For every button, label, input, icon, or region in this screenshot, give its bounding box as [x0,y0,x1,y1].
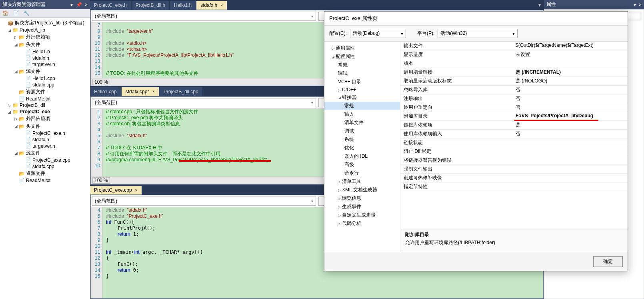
readme[interactable]: 📄ReadMe.txt [0,96,90,102]
tab-projcexecpp[interactable]: ProjectC_exe.cpp× [90,186,142,195]
res-folder[interactable]: 📂资源文件 [0,88,90,96]
zoom-level[interactable]: 100 % [92,79,110,85]
tree-general[interactable]: 常规 [324,61,400,69]
grid-row[interactable]: 输出文件$(OutDir)$(TargetName)$(TargetExt) [400,42,628,50]
grid-row[interactable]: 启用增量链接是 (/INCREMENTAL) [400,68,628,77]
tab-projbdllcpp[interactable]: ProjectB_dll.cpp [160,87,202,96]
tree-linker-debug[interactable]: 调试 [324,127,400,135]
file-targetverh-c[interactable]: 📄targetver.h [0,143,90,149]
ext-dep-c[interactable]: ▷📂外部依赖项 [0,115,90,122]
grid-row[interactable]: 指定节特性 [400,183,628,191]
grid-row[interactable]: 链接状态 [400,138,628,147]
zoom-level[interactable]: 100 % [92,177,110,184]
close-icon[interactable]: × [152,90,155,94]
tree-linker-manifest[interactable]: 清单文件 [324,118,400,127]
tree-debug[interactable]: 调试 [324,69,400,78]
home-icon[interactable]: 🏠 [2,10,8,16]
pin-icon[interactable]: ▾ [634,2,636,8]
solution-explorer-header: 解决方案资源管理器 ▾ 📌 × [0,0,90,9]
file-projcexeh[interactable]: 📄ProjectC_exe.h [0,130,90,136]
file-stdafxcpp[interactable]: 📄stdafx.cpp [0,82,90,88]
grid-row-addlibdir[interactable]: 附加库目录F:/VS_Pojects/ProjectA_lib/Debug [400,112,628,121]
properties-icon[interactable]: 🔧 [24,10,30,16]
file-projcexecpp[interactable]: 📄ProjectC_exe.cpp [0,157,90,163]
grid-row[interactable]: 逐用户重定向否 [400,103,628,112]
readme-c[interactable]: 📄ReadMe.txt [0,177,90,184]
tree-custom[interactable]: ▷自定义生成步骤 [324,211,400,219]
ok-button[interactable]: 确定 [593,256,623,267]
scope-dropdown[interactable]: (全局范围)▾ [92,98,316,107]
ext-dep[interactable]: ▷📂外部依赖项 [0,33,90,41]
properties-title: 属性 [546,1,632,8]
scope-dropdown[interactable]: (全局范围)▾ [92,12,316,21]
res-folder-c[interactable]: 📂资源文件 [0,170,90,177]
dialog-title: ProjectC_exe 属性页 [324,12,628,26]
grid-row[interactable]: 链接库依赖项是 [400,121,628,130]
tree-linker-system[interactable]: 系统 [324,135,400,144]
tree-buildevents[interactable]: ▷生成事件 [324,203,400,211]
pin-icon[interactable]: 📌 [76,2,82,8]
grid-row[interactable]: 显示进度未设置 [400,50,628,59]
tab-hello1h[interactable]: Hello1.h [170,1,196,10]
header-folder-c[interactable]: ◢📂头文件 [0,122,90,130]
tree-vcdirs[interactable]: VC++ 目录 [324,78,400,86]
tab-projbdllh[interactable]: ProjectB_dll.h [132,1,169,10]
grid-row[interactable]: 阻止 Dll 绑定 [400,147,628,156]
properties-header: 属性 ▾ × [544,0,644,9]
scope-dropdown[interactable]: (全局范围)▾ [92,197,316,206]
tab-projcexeh[interactable]: ProjectC_exe.h [90,1,131,10]
grid-row[interactable]: 版本 [400,59,628,68]
pin-icon[interactable]: ▾ [70,2,73,8]
tree-linker-idl[interactable]: 嵌入的 IDL [324,152,400,161]
property-pages-dialog: ProjectC_exe 属性页 配置(C): 活动(Debug)▾ 平台(P)… [324,11,628,271]
tab-overflow-icon[interactable]: ▾ [535,1,544,10]
tree-cpp[interactable]: ▷C/C++ [324,86,400,93]
tree-browse[interactable]: ▷浏览信息 [324,194,400,203]
solution-node[interactable]: 📦解决方案'ProjectA_lib' (3 个项目) [0,19,90,27]
close-icon[interactable]: × [85,2,88,8]
project-node-b[interactable]: ▷📁ProjectB_dll [0,102,90,108]
grid-row[interactable]: 将链接器警告视为错误 [400,156,628,165]
project-node-a[interactable]: ◢📁ProjectA_lib [0,27,90,33]
src-folder-c[interactable]: ◢📂源文件 [0,149,90,157]
tree-linker-cmd[interactable]: 命令行 [324,169,400,177]
file-targetverh[interactable]: 📄targetver.h [0,61,90,68]
grid-row[interactable]: 注册输出否 [400,94,628,103]
tree-xml[interactable]: ▷XML 文档生成器 [324,186,400,194]
header-folder[interactable]: ◢📂头文件 [0,41,90,48]
tab-hello1cpp[interactable]: Hello1.cpp [90,87,121,96]
tree-linker-opt[interactable]: 优化 [324,144,400,152]
tree-codeanalysis[interactable]: ▷代码分析 [324,219,400,228]
file-hello1cpp[interactable]: 📄Hello1.cpp [0,75,90,82]
grid-row[interactable]: 使用库依赖项输入否 [400,130,628,138]
tab-stdafxh[interactable]: stdafx.h× [196,1,227,10]
config-combo[interactable]: 活动(Debug)▾ [350,29,406,38]
tree-cfgprops[interactable]: ◢配置属性 [324,52,400,61]
property-grid: 输出文件$(OutDir)$(TargetName)$(TargetExt) 显… [400,42,628,228]
file-stdafxh[interactable]: 📄stdafx.h [0,55,90,61]
file-stdafxcpp-c[interactable]: 📄stdafx.cpp [0,163,90,170]
tree-linker-adv[interactable]: 高级 [324,161,400,169]
tree-common[interactable]: ▷通用属性 [324,44,400,52]
grid-row[interactable]: 取消显示启动版权标志是 (/NOLOGO) [400,77,628,86]
editor-tabs-top: ProjectC_exe.h ProjectB_dll.h Hello1.h s… [90,0,544,10]
project-node-c[interactable]: ◢📁ProjectC_exe [0,108,90,115]
file-stdafxh-c[interactable]: 📄stdafx.h [0,136,90,143]
grid-row[interactable]: 强制文件输出 [400,165,628,174]
platform-combo[interactable]: 活动(Win32)▾ [438,29,518,38]
close-icon[interactable]: × [220,3,223,8]
tree-manifest-tool[interactable]: ▷清单工具 [324,177,400,186]
tree-linker[interactable]: ◢链接器 [324,93,400,102]
highlight-marker [179,160,271,162]
close-icon[interactable]: × [135,188,138,193]
tree-linker-input[interactable]: 输入 [324,110,400,118]
refresh-icon[interactable]: 📄 [13,10,19,16]
src-folder[interactable]: ◢📂源文件 [0,68,90,75]
property-tree: ▷通用属性 ◢配置属性 常规 调试 VC++ 目录 ▷C/C++ ◢链接器 常规… [324,42,400,252]
grid-row[interactable]: 忽略导入库否 [400,86,628,94]
file-hello1h[interactable]: 📄Hello1.h [0,48,90,55]
tab-stdafxcpp[interactable]: stdafx.cpp*× [122,87,159,96]
grid-row[interactable]: 创建可热修补映像 [400,174,628,183]
close-icon[interactable]: × [639,2,642,8]
tree-linker-general[interactable]: 常规 [324,102,400,110]
